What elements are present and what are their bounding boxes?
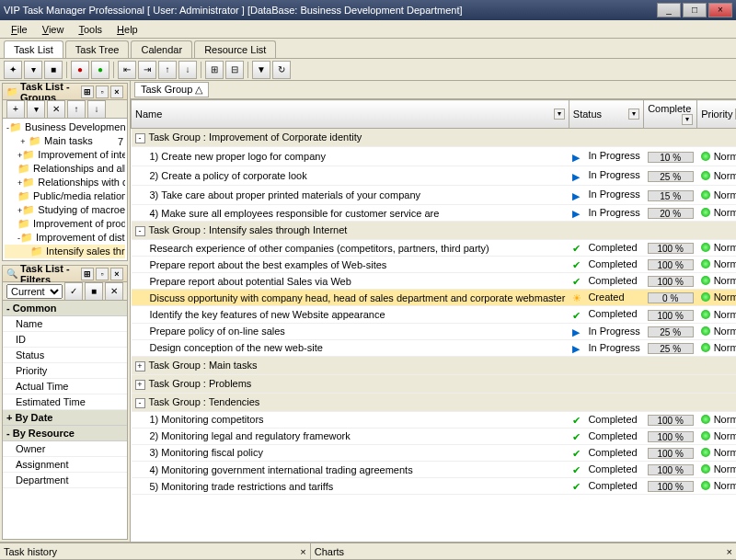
toolbar-up-icon[interactable]: ↑ — [158, 61, 177, 79]
column-header[interactable]: Name▾ — [132, 100, 569, 129]
task-row[interactable]: Prepare report about potential Sales via… — [132, 273, 737, 290]
panel-expand-icon[interactable]: ⊞ — [81, 268, 94, 280]
panel-close-icon[interactable]: × — [727, 546, 732, 557]
history-panel-title: Task history — [4, 546, 57, 557]
tree-node[interactable]: 📁 Relationships and alliances0 — [5, 162, 125, 176]
tree-add-icon[interactable]: + — [6, 100, 25, 119]
minimize-button[interactable]: _ — [657, 3, 681, 17]
task-row[interactable]: 5) Monitoring trade restrictions and tar… — [132, 478, 737, 495]
filter-item[interactable]: ID — [3, 332, 127, 348]
toolbar-dropdown-icon[interactable]: ▾ — [24, 61, 42, 79]
toolbar-move-left-icon[interactable]: ⇤ — [118, 61, 136, 79]
task-row[interactable]: 4) Monitoring government international t… — [132, 462, 737, 478]
close-button[interactable]: × — [708, 3, 732, 17]
column-dropdown-icon[interactable]: ▾ — [682, 114, 693, 125]
column-header[interactable]: Complete▾ — [644, 100, 697, 129]
tree-node[interactable]: 📁 Intensify sales through7 — [5, 245, 125, 258]
task-row[interactable]: Identify the key features of new Website… — [132, 306, 737, 323]
filter-group-byresource[interactable]: - By Resource — [3, 426, 127, 441]
menu-view[interactable]: View — [35, 22, 72, 37]
task-row[interactable]: Prepare policy of on-line sales ▶ In Pro… — [132, 323, 737, 339]
toolbar-filter-icon[interactable]: ▼ — [252, 61, 270, 79]
panel-close-icon[interactable]: × — [300, 546, 305, 557]
tree-node[interactable]: +📁 Relationships with clients0 — [5, 176, 125, 189]
filter-apply-icon[interactable]: ✓ — [64, 282, 83, 301]
column-dropdown-icon[interactable]: ▾ — [628, 109, 639, 120]
tree-up-icon[interactable]: ↑ — [67, 100, 86, 119]
group-row[interactable]: -Task Group : Intensify sales through In… — [132, 222, 737, 240]
filter-item[interactable]: Assignment — [3, 457, 127, 473]
groups-tree[interactable]: -📁 Business Development Dep.0+📁 Main tas… — [3, 119, 127, 260]
title-bar: VIP Task Manager Professional [ User: Ad… — [0, 0, 736, 20]
menu-file[interactable]: File — [4, 22, 35, 37]
filter-item[interactable]: Priority — [3, 363, 127, 379]
task-group-box[interactable]: Task Group △ — [134, 82, 209, 97]
tab-calendar[interactable]: Calendar — [131, 40, 192, 58]
filters-panel-header: 🔍 Task List - Filters ⊞ ▫ × — [3, 266, 127, 282]
task-row[interactable]: Design conception of the new web-site ▶ … — [132, 339, 737, 356]
toolbar-priority2-icon[interactable]: ● — [91, 61, 109, 79]
filter-item[interactable]: Actual Time — [3, 379, 127, 394]
tree-node[interactable]: +📁 Studying of macroeconomi0 — [5, 203, 125, 217]
filter-item[interactable]: Name — [3, 316, 127, 332]
column-header[interactable]: Priority▾ — [697, 100, 736, 129]
filter-item[interactable]: Owner — [3, 441, 127, 457]
toolbar-save-icon[interactable]: ■ — [44, 61, 63, 79]
filter-preset-select[interactable]: Current — [6, 284, 63, 299]
toolbar-collapse-icon[interactable]: ⊟ — [225, 61, 244, 79]
filter-group-common[interactable]: - Common — [3, 301, 127, 316]
menu-tools[interactable]: Tools — [71, 22, 109, 37]
tab-task-list[interactable]: Task List — [4, 40, 63, 58]
panel-pin-icon[interactable]: ▫ — [96, 268, 109, 280]
tree-node[interactable]: -📁 Business Development Dep.0 — [5, 120, 125, 134]
filter-save-icon[interactable]: ■ — [85, 282, 103, 301]
folder-icon: 📁 — [6, 86, 17, 97]
menu-help[interactable]: Help — [109, 22, 145, 37]
tree-down-icon[interactable]: ↓ — [87, 100, 106, 119]
toolbar-priority-icon[interactable]: ● — [71, 61, 89, 79]
task-row[interactable]: 2) Create a policy of corporate look ▶ I… — [132, 166, 737, 186]
panel-close-icon[interactable]: × — [110, 86, 123, 98]
filter-clear-icon[interactable]: ✕ — [105, 282, 123, 301]
task-row[interactable]: 3) Take care about proper printed materi… — [132, 186, 737, 205]
filter-group-bydate[interactable]: + By Date — [3, 410, 127, 426]
panel-close-icon[interactable]: × — [110, 268, 123, 280]
tree-node[interactable]: -📁 Improvement of distribution0 — [5, 231, 125, 245]
tree-delete-icon[interactable]: ✕ — [47, 100, 65, 119]
group-row[interactable]: -Task Group : Improvement of Corporate i… — [132, 129, 737, 147]
filter-item[interactable]: Department — [3, 473, 127, 488]
tree-node[interactable]: +📁 Main tasks7 — [5, 134, 125, 148]
task-row[interactable]: Discuss opportunity with company head, h… — [132, 290, 737, 306]
filter-icon: 🔍 — [6, 269, 17, 279]
task-row[interactable]: 1) Monitoring competitors ✔ Completed 10… — [132, 411, 737, 428]
task-row[interactable]: 1) Create new proper logo for company ▶ … — [132, 147, 737, 166]
toolbar-move-right-icon[interactable]: ⇥ — [138, 61, 156, 79]
toolbar-down-icon[interactable]: ↓ — [178, 61, 197, 79]
panel-pin-icon[interactable]: ▫ — [96, 86, 109, 98]
task-row[interactable]: Prepare report about the best examples o… — [132, 257, 737, 273]
filter-item[interactable]: Status — [3, 348, 127, 363]
tree-node[interactable]: 📁 Improvement of production0 — [5, 217, 125, 231]
task-row[interactable]: 2) Monitoring legal and regulatory frame… — [132, 428, 737, 444]
group-row[interactable]: +Task Group : Main tasks — [132, 356, 737, 374]
tab-resource-list[interactable]: Resource List — [194, 40, 276, 58]
column-dropdown-icon[interactable]: ▾ — [554, 109, 565, 120]
panel-expand-icon[interactable]: ⊞ — [81, 86, 94, 98]
task-row[interactable]: 4) Make sure all employees responsible f… — [132, 205, 737, 222]
column-header[interactable]: Status▾ — [569, 100, 643, 129]
maximize-button[interactable]: □ — [683, 3, 707, 17]
tree-node[interactable]: 📁 Public/media relations0 — [5, 189, 125, 203]
tree-node[interactable]: +📁 Improvement of internal op0 — [5, 148, 125, 162]
group-row[interactable]: -Task Group : Tendencies — [132, 393, 737, 411]
task-grid[interactable]: Name▾Status▾Complete▾Priority▾Info▾Due D… — [131, 99, 736, 542]
toolbar-expand-icon[interactable]: ⊞ — [205, 61, 224, 79]
filter-item[interactable]: Estimated Time — [3, 394, 127, 410]
task-row[interactable]: 3) Monitoring fiscal policy ✔ Completed … — [132, 444, 737, 461]
toolbar-new-icon[interactable]: ✦ — [4, 61, 22, 79]
group-row[interactable]: +Task Group : Problems — [132, 374, 737, 393]
tree-drop-icon[interactable]: ▾ — [27, 100, 45, 119]
task-row[interactable]: Research experience of other companies (… — [132, 240, 737, 257]
main-toolbar: ✦ ▾ ■ ● ● ⇤ ⇥ ↑ ↓ ⊞ ⊟ ▼ ↻ — [0, 59, 736, 81]
tab-task-tree[interactable]: Task Tree — [65, 40, 130, 58]
toolbar-refresh-icon[interactable]: ↻ — [272, 61, 291, 79]
